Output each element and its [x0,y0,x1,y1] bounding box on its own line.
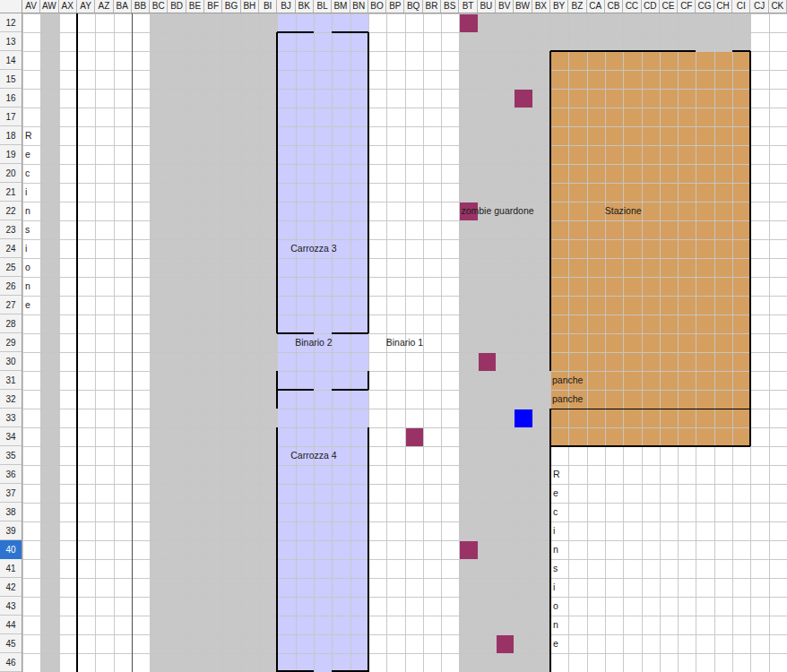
column-header-BU[interactable]: BU [478,0,496,13]
label-panche-1[interactable]: panche [550,371,625,390]
row-header-27[interactable]: 27 [0,296,22,314]
row-header-46[interactable]: 46 [0,653,22,672]
row-header-21[interactable]: 21 [0,183,22,202]
row-header-35[interactable]: 35 [0,446,22,465]
row-header-37[interactable]: 37 [0,484,22,503]
row-header-32[interactable]: 32 [0,390,22,409]
recinsione-right-letter-8[interactable]: o [550,597,568,616]
row-header-22[interactable]: 22 [0,202,22,220]
recinsione-right-letter-10[interactable]: e [550,634,568,653]
column-header-BR[interactable]: BR [423,0,441,13]
recinsione-left-letter-1[interactable]: R [22,126,40,145]
zombie-marker-bv45[interactable] [497,635,514,653]
column-header-BQ[interactable]: BQ [405,0,423,13]
zombie-marker-bu30[interactable] [479,353,496,371]
column-header-BH[interactable]: BH [241,0,259,13]
recinsione-left-letter-5[interactable]: n [22,202,40,220]
column-header-BL[interactable]: BL [314,0,332,13]
label-carrozza-4[interactable]: Carrozza 4 [277,446,350,465]
column-header-BV[interactable]: BV [496,0,514,13]
column-header-BO[interactable]: BO [368,0,386,13]
row-header-26[interactable]: 26 [0,277,22,296]
zombie-marker-bw16[interactable] [515,90,532,108]
column-header-CA[interactable]: CA [587,0,605,13]
row-header-16[interactable]: 16 [0,89,22,108]
zombie-marker-bt40[interactable] [460,541,477,559]
column-header-BZ[interactable]: BZ [568,0,586,13]
column-header-BM[interactable]: BM [332,0,350,13]
recinsione-left-letter-10[interactable]: e [22,296,40,314]
column-header-CD[interactable]: CD [642,0,660,13]
column-header-BI[interactable]: BI [259,0,277,13]
row-header-23[interactable]: 23 [0,220,22,239]
row-header-12[interactable]: 12 [0,13,22,32]
sheet-grid[interactable]: Carrozza 3Binario 2Binario 1Carrozza 4zo… [22,13,787,672]
column-header-BP[interactable]: BP [386,0,404,13]
row-header-29[interactable]: 29 [0,333,22,352]
row-header-13[interactable]: 13 [0,32,22,51]
recinsione-right-letter-1[interactable]: R [550,465,568,484]
column-header-BX[interactable]: BX [532,0,550,13]
column-header-BF[interactable]: BF [204,0,222,13]
recinsione-left-letter-8[interactable]: o [22,258,40,277]
row-header-20[interactable]: 20 [0,164,22,183]
recinsione-right-letter-3[interactable]: c [550,503,568,521]
player-marker-bw33[interactable] [515,409,532,427]
recinsione-right-letter-6[interactable]: s [550,559,568,578]
recinsione-left-letter-6[interactable]: s [22,220,40,239]
column-header-BG[interactable]: BG [222,0,240,13]
column-header-CK[interactable]: CK [769,0,787,13]
column-header-BD[interactable]: BD [168,0,186,13]
column-header-BC[interactable]: BC [150,0,168,13]
column-header-CB[interactable]: CB [605,0,623,13]
row-header-34[interactable]: 34 [0,427,22,446]
recinsione-right-letter-7[interactable]: i [550,578,568,597]
column-header-BA[interactable]: BA [114,0,132,13]
column-header-AV[interactable]: AV [22,0,40,13]
row-header-42[interactable]: 42 [0,578,22,597]
row-header-18[interactable]: 18 [0,126,22,145]
recinsione-left-letter-4[interactable]: i [22,183,40,202]
column-header-CH[interactable]: CH [714,0,732,13]
row-header-15[interactable]: 15 [0,70,22,89]
recinsione-left-letter-7[interactable]: i [22,239,40,258]
column-header-AY[interactable]: AY [77,0,95,13]
column-header-BJ[interactable]: BJ [277,0,295,13]
column-header-AX[interactable]: AX [59,0,77,13]
select-all-corner[interactable] [0,0,22,13]
column-header-CJ[interactable]: CJ [750,0,768,13]
column-header-BT[interactable]: BT [459,0,477,13]
column-header-AW[interactable]: AW [40,0,58,13]
column-header-AZ[interactable]: AZ [95,0,113,13]
recinsione-left-letter-9[interactable]: n [22,277,40,296]
label-carrozza-3[interactable]: Carrozza 3 [277,239,350,258]
column-header-CG[interactable]: CG [696,0,713,13]
recinsione-left-letter-2[interactable]: e [22,145,40,164]
row-header-38[interactable]: 38 [0,503,22,521]
row-header-45[interactable]: 45 [0,634,22,653]
column-header-BY[interactable]: BY [550,0,568,13]
row-header-41[interactable]: 41 [0,559,22,578]
row-header-17[interactable]: 17 [0,108,22,126]
column-header-BE[interactable]: BE [186,0,204,13]
column-header-BN[interactable]: BN [350,0,368,13]
column-header-BS[interactable]: BS [441,0,459,13]
row-header-14[interactable]: 14 [0,51,22,70]
zombie-marker-bt12[interactable] [460,14,477,32]
recinsione-right-letter-4[interactable]: i [550,521,568,540]
row-header-28[interactable]: 28 [0,314,22,333]
row-header-25[interactable]: 25 [0,258,22,277]
row-header-44[interactable]: 44 [0,616,22,634]
row-header-33[interactable]: 33 [0,409,22,427]
zombie-marker-bq34[interactable] [406,428,423,446]
column-header-CI[interactable]: CI [732,0,750,13]
label-binario-2[interactable]: Binario 2 [277,333,350,352]
label-stazione[interactable]: Stazione [550,202,696,220]
row-header-36[interactable]: 36 [0,465,22,484]
row-header-24[interactable]: 24 [0,239,22,258]
recinsione-right-letter-5[interactable]: n [550,540,568,559]
row-header-43[interactable]: 43 [0,597,22,616]
row-header-39[interactable]: 39 [0,521,22,540]
row-header-31[interactable]: 31 [0,371,22,390]
row-header-30[interactable]: 30 [0,352,22,371]
